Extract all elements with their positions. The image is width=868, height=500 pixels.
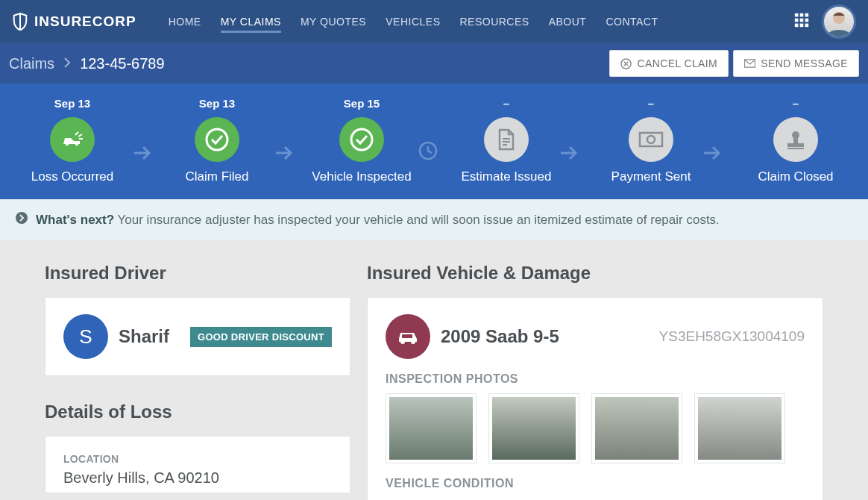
brand[interactable]: INSURECORP — [12, 12, 136, 31]
svg-point-13 — [75, 143, 78, 146]
check-icon — [339, 117, 384, 162]
svg-point-26 — [16, 212, 28, 224]
step-date: – — [793, 97, 799, 110]
nav-resources[interactable]: RESOURCES — [450, 1, 538, 42]
chevron-right-icon — [63, 57, 71, 70]
step-label: Estimate Issued — [462, 169, 552, 184]
cancel-claim-button[interactable]: CANCEL CLAIM — [609, 50, 729, 77]
driver-avatar: S — [63, 314, 108, 359]
brand-text: INSURECORP — [34, 13, 136, 30]
step-label: Payment Sent — [611, 169, 691, 184]
user-avatar[interactable] — [822, 4, 856, 39]
nav-my-claims[interactable]: MY CLAIMS — [211, 1, 291, 42]
apps-icon[interactable] — [793, 12, 810, 31]
svg-rect-5 — [805, 19, 809, 22]
breadcrumb: Claims 123-45-6789 — [9, 55, 165, 72]
content: Insured Driver S Sharif GOOD DRIVER DISC… — [0, 240, 868, 500]
car-icon — [386, 314, 430, 359]
photo-thumbnail[interactable] — [591, 393, 682, 463]
arrow-icon — [702, 145, 722, 164]
step-estimate-issued: – Estimate Issued — [450, 97, 562, 184]
svg-rect-7 — [800, 24, 804, 28]
nav-about[interactable]: ABOUT — [539, 1, 597, 42]
breadcrumb-current: 123-45-6789 — [80, 55, 164, 72]
check-icon — [195, 117, 239, 162]
svg-rect-29 — [402, 334, 412, 338]
top-nav: INSURECORP HOME MY CLAIMS MY QUOTES VEHI… — [0, 0, 868, 43]
step-date: – — [648, 97, 654, 110]
step-claim-closed: – Claim Closed — [740, 97, 852, 184]
svg-point-22 — [792, 131, 799, 139]
svg-rect-4 — [800, 19, 804, 22]
step-date: Sep 13 — [54, 97, 90, 110]
loss-section-title: Details of Loss — [45, 401, 350, 422]
arrow-icon — [133, 145, 152, 164]
location-value: Beverly Hills, CA 90210 — [63, 469, 332, 487]
sub-header: Claims 123-45-6789 CANCEL CLAIM SEND MES… — [0, 43, 868, 84]
inspection-photos-label: INSPECTION PHOTOS — [386, 372, 805, 386]
step-loss-occurred: Sep 13 Loss Occurred — [16, 97, 128, 184]
vehicle-card: 2009 Saab 9-5 YS3EH58GX13004109 INSPECTI… — [367, 297, 823, 500]
notice-body: Your insurance adjuster has inspected yo… — [118, 213, 720, 227]
loss-card: LOCATION Beverly Hills, CA 90210 — [45, 436, 350, 493]
nav-home[interactable]: HOME — [159, 1, 211, 42]
svg-rect-3 — [795, 19, 799, 22]
step-date: – — [503, 97, 509, 110]
step-label: Loss Occurred — [31, 169, 114, 184]
svg-point-15 — [351, 129, 372, 150]
cash-icon — [629, 117, 673, 162]
clock-icon — [418, 140, 438, 164]
vehicle-vin: YS3EH58GX13004109 — [659, 328, 805, 345]
svg-point-12 — [66, 143, 69, 146]
inspection-photos — [386, 393, 805, 463]
photo-thumbnail[interactable] — [386, 393, 477, 463]
step-label: Claim Filed — [185, 169, 248, 184]
arrow-icon — [559, 145, 579, 164]
send-message-label: SEND MESSAGE — [761, 57, 848, 69]
cancel-icon — [620, 58, 632, 69]
svg-rect-23 — [793, 138, 798, 143]
svg-point-14 — [207, 129, 227, 150]
crash-icon — [50, 117, 95, 162]
nav-my-quotes[interactable]: MY QUOTES — [291, 1, 376, 42]
svg-rect-25 — [787, 148, 804, 149]
svg-rect-2 — [805, 13, 809, 17]
vehicle-name: 2009 Saab 9-5 — [441, 326, 559, 347]
svg-rect-0 — [795, 13, 799, 17]
svg-point-28 — [411, 340, 415, 344]
claim-timeline: Sep 13 Loss Occurred Sep 13 Claim Filed … — [0, 84, 868, 199]
step-payment-sent: – Payment Sent — [595, 97, 707, 184]
good-driver-badge: GOOD DRIVER DISCOUNT — [190, 327, 332, 347]
nav-links: HOME MY CLAIMS MY QUOTES VEHICLES RESOUR… — [159, 1, 668, 42]
svg-point-21 — [647, 136, 655, 143]
arrow-icon — [274, 145, 294, 164]
arrow-circle-icon — [15, 211, 28, 228]
driver-card: S Sharif GOOD DRIVER DISCOUNT — [45, 297, 350, 376]
envelope-icon — [744, 59, 755, 68]
driver-section-title: Insured Driver — [45, 263, 350, 284]
document-icon — [484, 117, 529, 162]
svg-rect-8 — [805, 24, 809, 28]
step-label: Vehicle Inspected — [312, 169, 411, 184]
svg-rect-20 — [640, 133, 662, 146]
svg-rect-24 — [787, 143, 804, 147]
shield-icon — [12, 12, 28, 31]
photo-thumbnail[interactable] — [488, 393, 579, 463]
svg-rect-6 — [795, 24, 799, 28]
location-label: LOCATION — [63, 453, 332, 465]
vehicle-section-title: Insured Vehicle & Damage — [367, 263, 823, 284]
notice-lead: What's next? — [36, 213, 114, 227]
step-date: Sep 15 — [344, 97, 380, 110]
cancel-claim-label: CANCEL CLAIM — [637, 57, 717, 69]
vehicle-condition-label: VEHICLE CONDITION — [386, 477, 805, 490]
nav-contact[interactable]: CONTACT — [596, 1, 667, 42]
driver-name: Sharif — [119, 326, 169, 347]
breadcrumb-root[interactable]: Claims — [9, 55, 54, 72]
send-message-button[interactable]: SEND MESSAGE — [733, 50, 859, 77]
step-vehicle-inspected: Sep 15 Vehicle Inspected — [306, 97, 418, 184]
photo-thumbnail[interactable] — [694, 393, 785, 463]
stamp-icon — [773, 117, 818, 162]
nav-vehicles[interactable]: VEHICLES — [376, 1, 450, 42]
svg-rect-1 — [800, 13, 804, 17]
step-claim-filed: Sep 13 Claim Filed — [161, 97, 273, 184]
